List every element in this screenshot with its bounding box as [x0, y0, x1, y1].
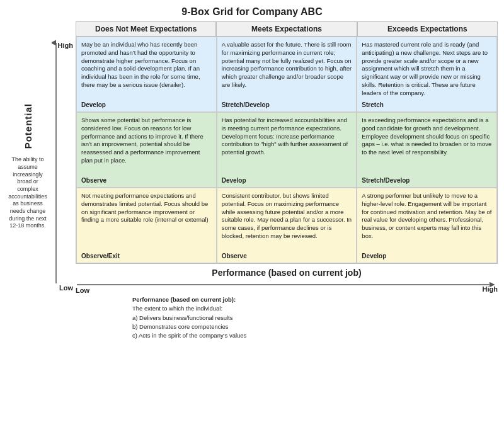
- bottom-axis: Performance (based on current job) Low H…: [76, 264, 498, 293]
- footnote-item-1: b) Demonstrates core competencies: [132, 322, 498, 331]
- cell-mid-0-action: Observe: [81, 176, 212, 185]
- cell-top-0-action: Develop: [81, 101, 212, 110]
- grid-container: Does Not Meet Expectations Meets Expecta…: [76, 21, 498, 293]
- cell-bot-0: Not meeting performance expectations and…: [76, 188, 217, 263]
- footnote-area: Performance (based on current job): The …: [132, 295, 498, 340]
- cell-top-2-text: Has mastered current role and is ready (…: [362, 41, 492, 98]
- cell-bot-2: A strong performer but unlikely to move …: [357, 188, 497, 263]
- cell-mid-2-text: Is exceeding performance expectations an…: [362, 117, 492, 157]
- cell-top-1-action: Stretch/Develop: [222, 101, 352, 110]
- cell-bot-2-text: A strong performer but unlikely to move …: [362, 192, 492, 241]
- cell-top-0: May be an individual who has recently be…: [76, 37, 217, 112]
- cell-mid-0-text: Shows some potential but performance is …: [81, 117, 212, 165]
- cell-mid-1-action: Develop: [222, 176, 352, 185]
- col-headers: Does Not Meet Expectations Meets Expecta…: [76, 21, 498, 36]
- footnote-title: Performance (based on current job):: [132, 295, 498, 304]
- cell-mid-1: Has potential for increased accountabili…: [217, 112, 357, 188]
- low-label-left: Low: [59, 284, 73, 292]
- cell-top-2: Has mastered current role and is ready (…: [357, 37, 497, 112]
- potential-block: Potential The ability to assume increasi…: [6, 59, 49, 274]
- cell-bot-2-action: Develop: [362, 252, 492, 261]
- footnote-subtitle: The extent to which the individual:: [132, 304, 498, 313]
- left-axis-container: High Potential The ability to assume inc…: [6, 21, 76, 293]
- low-label-bottom: Low: [76, 287, 89, 294]
- page-title: 9-Box Grid for Company ABC: [0, 0, 504, 21]
- upward-arrow: [52, 39, 60, 287]
- cell-mid-2: Is exceeding performance expectations an…: [357, 112, 497, 188]
- cell-top-1: A valuable asset for the future. There i…: [217, 37, 357, 112]
- potential-label: Potential: [23, 103, 33, 149]
- cell-mid-1-text: Has potential for increased accountabili…: [222, 117, 352, 157]
- col-header-1: Meets Expectations: [216, 21, 357, 36]
- col-header-0: Does Not Meet Expectations: [76, 21, 216, 36]
- cell-mid-2-action: Stretch/Develop: [362, 176, 492, 185]
- grid-row-bot: Not meeting performance expectations and…: [76, 188, 497, 263]
- potential-desc: The ability to assume increasingly broad…: [6, 156, 49, 230]
- grid-rows: May be an individual who has recently be…: [76, 36, 498, 264]
- perf-arrow: [76, 279, 498, 290]
- col-header-2: Exceeds Expectations: [357, 21, 498, 36]
- cell-bot-1: Consistent contributor, but shows limite…: [217, 188, 357, 263]
- cell-bot-1-text: Consistent contributor, but shows limite…: [222, 192, 352, 241]
- cell-bot-0-text: Not meeting performance expectations and…: [81, 192, 212, 224]
- cell-bot-0-action: Observe/Exit: [81, 252, 212, 261]
- cell-top-1-text: A valuable asset for the future. There i…: [222, 41, 352, 89]
- footnote-item-2: c) Acts in the spirit of the company's v…: [132, 331, 498, 340]
- grid-row-mid: Shows some potential but performance is …: [76, 112, 497, 188]
- cell-mid-0: Shows some potential but performance is …: [76, 112, 217, 188]
- perf-axis-label: Performance (based on current job): [212, 268, 361, 278]
- cell-top-0-text: May be an individual who has recently be…: [81, 41, 212, 89]
- footnote-item-0: a) Delivers business/functional results: [132, 314, 498, 322]
- grid-row-top: May be an individual who has recently be…: [76, 37, 497, 112]
- cell-bot-1-action: Observe: [222, 252, 352, 261]
- cell-top-2-action: Stretch: [362, 101, 492, 110]
- high-label-bottom: High: [483, 285, 498, 293]
